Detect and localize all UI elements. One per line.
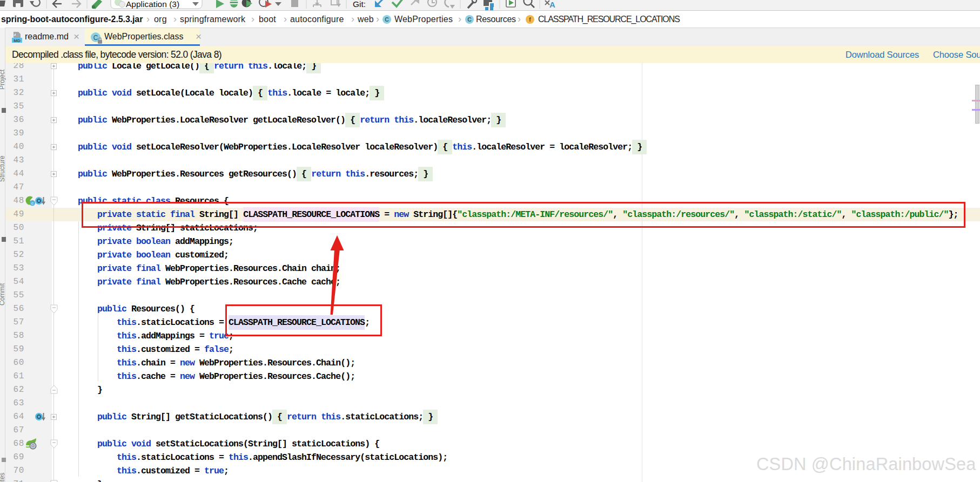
- svg-text:C: C: [467, 16, 472, 23]
- svg-text:Git:: Git:: [353, 0, 366, 9]
- svg-text:Application (3): Application (3): [126, 0, 179, 9]
- svg-text:C: C: [385, 16, 389, 23]
- svg-text:C: C: [93, 34, 98, 42]
- svg-text:f: f: [529, 16, 531, 23]
- svg-text:MD: MD: [14, 38, 21, 43]
- svg-text:A: A: [549, 0, 555, 9]
- svg-text:c: c: [31, 201, 34, 206]
